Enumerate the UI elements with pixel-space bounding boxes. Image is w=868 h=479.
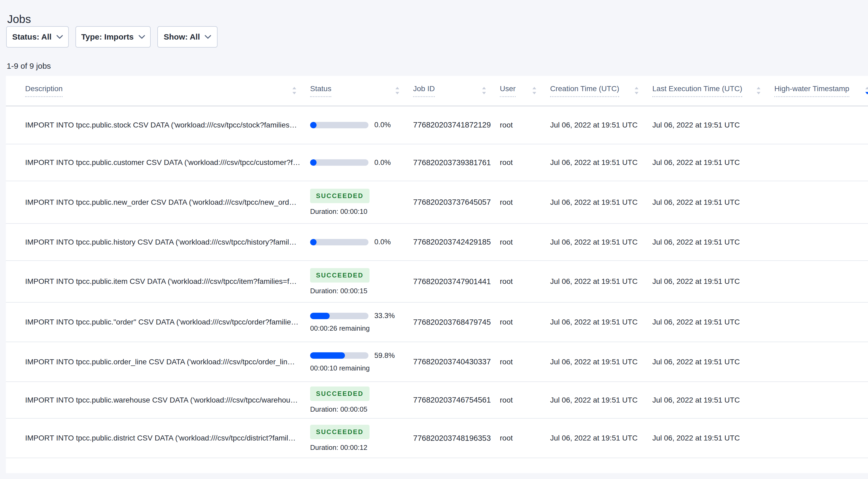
creation-time-cell: Jul 06, 2022 at 19:51 UTC (550, 382, 652, 418)
column-header-label: High-water Timestamp (774, 84, 849, 97)
status-filter-label: Status: All (12, 32, 51, 41)
sort-arrows-icon (292, 86, 297, 95)
status-badge-succeeded: SUCCEEDED (310, 189, 370, 203)
column-header-user[interactable]: User (500, 76, 550, 106)
user-cell: root (500, 181, 550, 224)
high-water-timestamp-cell (774, 224, 868, 261)
job-id-cell: 776820203748196353 (413, 418, 500, 458)
job-description-cell[interactable]: IMPORT INTO tpcc.public.new_order CSV DA… (6, 181, 310, 224)
job-status-cell: 0.0% (310, 106, 413, 144)
jobs-count: 1-9 of 9 jobs (7, 62, 51, 71)
job-id-cell: 776820203739381761 (413, 144, 500, 181)
progress-bar-fill (310, 159, 316, 166)
show-filter-dropdown[interactable]: Show: All (157, 26, 218, 47)
job-id-cell: 776820203746754561 (413, 382, 500, 418)
creation-time-cell: Jul 06, 2022 at 19:51 UTC (550, 418, 652, 458)
last-execution-time-cell: Jul 06, 2022 at 19:51 UTC (652, 224, 774, 261)
job-description-cell[interactable]: IMPORT INTO tpcc.public.item CSV DATA ('… (6, 261, 310, 302)
column-header-job-id[interactable]: Job ID (413, 76, 500, 106)
column-header-last-execution-time-utc[interactable]: Last Execution Time (UTC) (652, 76, 774, 106)
status-badge-succeeded: SUCCEEDED (310, 425, 370, 439)
high-water-timestamp-cell (774, 342, 868, 382)
high-water-timestamp-cell (774, 418, 868, 458)
sort-arrows-icon (634, 86, 639, 95)
job-description-cell[interactable]: IMPORT INTO tpcc.public.history CSV DATA… (6, 224, 310, 261)
sort-arrows-icon (756, 86, 761, 95)
user-cell: root (500, 261, 550, 302)
job-description: IMPORT INTO tpcc.public.customer CSV DAT… (25, 158, 300, 167)
job-description-cell[interactable]: IMPORT INTO tpcc.public.stock CSV DATA (… (6, 106, 310, 144)
job-description: IMPORT INTO tpcc.public.stock CSV DATA (… (25, 121, 297, 129)
last-execution-time-cell: Jul 06, 2022 at 19:51 UTC (652, 382, 774, 418)
column-header-status[interactable]: Status (310, 76, 413, 106)
job-status-cell: SUCCEEDED Duration: 00:00:05 (310, 382, 413, 418)
last-execution-time-cell: Jul 06, 2022 at 19:51 UTC (652, 342, 774, 382)
job-description-cell[interactable]: IMPORT INTO tpcc.public.customer CSV DAT… (6, 144, 310, 181)
table-row: IMPORT INTO tpcc.public.warehouse CSV DA… (6, 382, 868, 418)
user-cell: root (500, 106, 550, 144)
progress-bar (310, 352, 368, 359)
progress-percent: 0.0% (374, 238, 391, 246)
job-description-cell[interactable]: IMPORT INTO tpcc.public.warehouse CSV DA… (6, 382, 310, 418)
chevron-down-icon (205, 35, 211, 39)
table-row: IMPORT INTO tpcc.public.district CSV DAT… (6, 418, 868, 458)
progress-bar (310, 159, 368, 166)
sort-arrows-icon (395, 86, 400, 95)
column-header-description[interactable]: Description (6, 76, 310, 106)
progress-bar-fill (310, 313, 330, 319)
creation-time-cell: Jul 06, 2022 at 19:51 UTC (550, 302, 652, 342)
job-status-cell: 33.3% 00:00:26 remaining (310, 302, 413, 342)
high-water-timestamp-cell (774, 302, 868, 342)
table-body: IMPORT INTO tpcc.public.stock CSV DATA (… (6, 106, 868, 458)
job-duration: Duration: 00:00:05 (310, 405, 413, 413)
job-status-cell: 0.0% (310, 144, 413, 181)
last-execution-time-cell: Jul 06, 2022 at 19:51 UTC (652, 418, 774, 458)
job-description-cell[interactable]: IMPORT INTO tpcc.public.order_line CSV D… (6, 342, 310, 382)
progress-bar (310, 313, 368, 319)
last-execution-time-cell: Jul 06, 2022 at 19:51 UTC (652, 106, 774, 144)
job-description: IMPORT INTO tpcc.public.order_line CSV D… (25, 357, 295, 366)
job-status-cell: SUCCEEDED Duration: 00:00:12 (310, 418, 413, 458)
job-description: IMPORT INTO tpcc.public."order" CSV DATA… (25, 318, 299, 326)
job-duration: Duration: 00:00:10 (310, 207, 413, 216)
job-duration: Duration: 00:00:12 (310, 443, 413, 452)
column-header-label: Description (25, 84, 63, 97)
job-description: IMPORT INTO tpcc.public.district CSV DAT… (25, 434, 296, 442)
job-id-cell: 776820203741872129 (413, 106, 500, 144)
table-row: IMPORT INTO tpcc.public.new_order CSV DA… (6, 181, 868, 224)
column-header-high-water-timestamp[interactable]: High-water Timestamp (774, 76, 868, 106)
chevron-down-icon (57, 35, 63, 39)
progress-percent: 0.0% (374, 159, 391, 167)
status-badge-succeeded: SUCCEEDED (310, 386, 370, 401)
job-description: IMPORT INTO tpcc.public.new_order CSV DA… (25, 198, 297, 206)
column-header-label: Creation Time (UTC) (550, 84, 619, 97)
creation-time-cell: Jul 06, 2022 at 19:51 UTC (550, 144, 652, 181)
table-row: IMPORT INTO tpcc.public."order" CSV DATA… (6, 302, 868, 342)
table-row: IMPORT INTO tpcc.public.history CSV DATA… (6, 224, 868, 261)
job-status-cell: SUCCEEDED Duration: 00:00:15 (310, 261, 413, 302)
job-id-cell: 776820203747901441 (413, 261, 500, 302)
creation-time-cell: Jul 06, 2022 at 19:51 UTC (550, 342, 652, 382)
last-execution-time-cell: Jul 06, 2022 at 19:51 UTC (652, 302, 774, 342)
last-execution-time-cell: Jul 06, 2022 at 19:51 UTC (652, 144, 774, 181)
high-water-timestamp-cell (774, 144, 868, 181)
column-header-label: User (500, 84, 516, 97)
last-execution-time-cell: Jul 06, 2022 at 19:51 UTC (652, 261, 774, 302)
job-description: IMPORT INTO tpcc.public.warehouse CSV DA… (25, 396, 298, 404)
sort-desc-icon (865, 86, 868, 95)
column-header-creation-time-utc[interactable]: Creation Time (UTC) (550, 76, 652, 106)
job-description-cell[interactable]: IMPORT INTO tpcc.public.district CSV DAT… (6, 418, 310, 458)
status-filter-dropdown[interactable]: Status: All (6, 26, 69, 47)
progress-bar (310, 122, 368, 128)
progress-remaining: 00:00:26 remaining (310, 324, 413, 333)
type-filter-dropdown[interactable]: Type: Imports (75, 26, 151, 47)
job-id-cell: 776820203737645057 (413, 181, 500, 224)
table-header-row: Description Status Job ID User (6, 76, 868, 106)
filter-bar: Status: All Type: Imports Show: All (6, 26, 218, 47)
sort-arrows-icon (482, 86, 487, 95)
jobs-table: Description Status Job ID User (6, 76, 868, 458)
job-id-cell: 776820203740430337 (413, 342, 500, 382)
creation-time-cell: Jul 06, 2022 at 19:51 UTC (550, 224, 652, 261)
job-description-cell[interactable]: IMPORT INTO tpcc.public."order" CSV DATA… (6, 302, 310, 342)
user-cell: root (500, 382, 550, 418)
